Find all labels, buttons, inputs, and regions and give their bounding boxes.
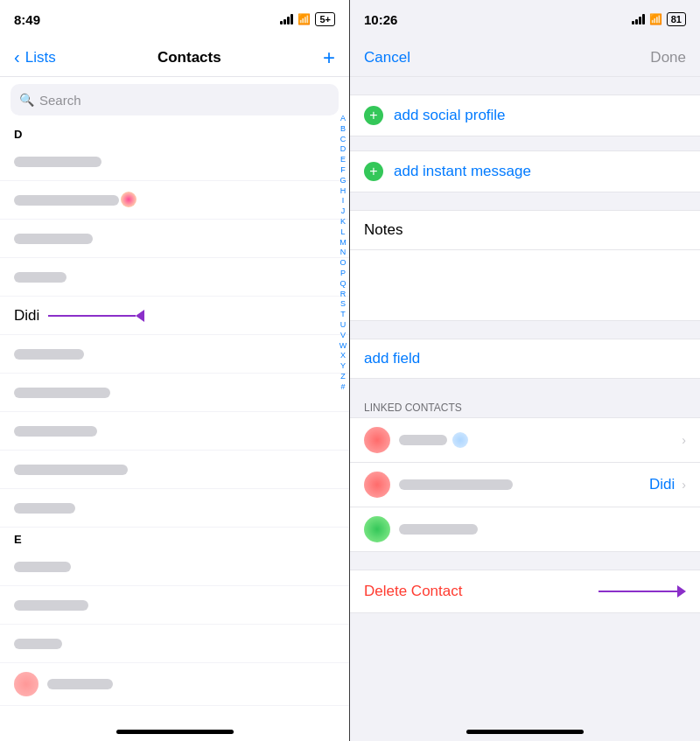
instant-message-section: + add instant message xyxy=(350,150,700,192)
delete-arrow-line xyxy=(598,591,677,592)
home-indicator-left xyxy=(116,730,234,734)
linked-avatar-1 xyxy=(364,427,390,453)
add-instant-icon: + xyxy=(364,162,383,181)
alpha-hash[interactable]: # xyxy=(340,382,345,392)
status-bar-left: 8:49 📶 5+ xyxy=(0,0,349,38)
alpha-z[interactable]: Z xyxy=(340,372,346,381)
alpha-y[interactable]: Y xyxy=(340,361,346,371)
delete-arrow-head xyxy=(677,585,686,598)
battery-icon-left: 5+ xyxy=(315,12,335,26)
arrow-annotation xyxy=(48,310,144,322)
alpha-f[interactable]: F xyxy=(340,165,346,175)
nav-add-button[interactable]: + xyxy=(323,45,335,70)
delete-contact-section: Delete Contact xyxy=(350,570,700,613)
section-header-d: D xyxy=(0,122,349,143)
list-item[interactable] xyxy=(0,548,349,586)
add-field-button[interactable]: add field xyxy=(350,339,700,378)
search-bar[interactable]: 🔍 Search xyxy=(10,84,339,115)
alpha-r[interactable]: R xyxy=(340,290,346,299)
contact-name-blurred xyxy=(14,157,102,167)
linked-contact-row-3[interactable] xyxy=(350,507,700,551)
battery-icon-right: 81 xyxy=(667,12,686,26)
alphabet-index[interactable]: A B C D E F G H I J K L M N O P Q R S T … xyxy=(337,114,349,392)
nav-back-button[interactable]: ‹ Lists xyxy=(14,47,56,67)
alpha-t[interactable]: T xyxy=(340,310,346,319)
list-item[interactable] xyxy=(0,143,349,181)
list-item[interactable] xyxy=(0,412,349,451)
linked-contact-row-1[interactable]: › xyxy=(350,418,700,463)
list-item-didi[interactable]: Didi xyxy=(0,297,349,335)
alpha-a[interactable]: A xyxy=(340,114,346,123)
alpha-e[interactable]: E xyxy=(340,155,346,164)
notes-section: Notes xyxy=(350,210,700,321)
list-item[interactable] xyxy=(0,663,349,706)
linked-name-blurred-didi xyxy=(399,479,513,490)
list-item[interactable] xyxy=(0,374,349,412)
cancel-button[interactable]: Cancel xyxy=(364,49,410,66)
alpha-k[interactable]: K xyxy=(340,217,346,227)
alpha-x[interactable]: X xyxy=(340,351,346,360)
alpha-o[interactable]: O xyxy=(340,258,346,268)
signal-icon-right xyxy=(632,14,645,24)
list-item[interactable] xyxy=(0,489,349,528)
delete-contact-button[interactable]: Delete Contact xyxy=(364,583,462,599)
alpha-w[interactable]: W xyxy=(340,341,347,351)
alpha-v[interactable]: V xyxy=(340,331,346,340)
alpha-s[interactable]: S xyxy=(340,299,346,309)
add-social-icon: + xyxy=(364,106,383,125)
alpha-j[interactable]: J xyxy=(341,206,346,216)
alpha-c[interactable]: C xyxy=(340,135,346,144)
list-item[interactable] xyxy=(0,625,349,663)
list-item[interactable] xyxy=(0,258,349,297)
section-header-e: E xyxy=(0,528,349,548)
alpha-l[interactable]: L xyxy=(340,227,345,237)
linked-didi-label: Didi xyxy=(649,476,675,493)
search-placeholder: Search xyxy=(39,93,81,108)
list-item[interactable] xyxy=(0,181,349,220)
done-button[interactable]: Done xyxy=(650,49,686,66)
linked-contacts-header: LINKED CONTACTS xyxy=(350,396,700,417)
linked-name-blurred-1 xyxy=(399,435,447,445)
add-social-label: add social profile xyxy=(394,107,506,124)
alpha-n[interactable]: N xyxy=(340,248,346,257)
notes-label: Notes xyxy=(350,211,700,250)
search-bar-container: 🔍 Search xyxy=(0,77,349,122)
alpha-p[interactable]: P xyxy=(340,269,346,278)
add-social-profile-row[interactable]: + add social profile xyxy=(350,95,700,136)
arrow-head xyxy=(136,310,144,322)
alpha-g[interactable]: G xyxy=(340,176,346,185)
didi-contact-name: Didi xyxy=(14,307,39,325)
status-icons-left: 📶 5+ xyxy=(280,12,335,26)
contact-name-blurred xyxy=(47,679,113,689)
linked-contact-row-didi[interactable]: Didi › xyxy=(350,463,700,507)
contact-name-blurred xyxy=(14,234,93,244)
chevron-right-icon-didi: › xyxy=(682,478,686,492)
list-item[interactable] xyxy=(0,451,349,489)
list-item[interactable] xyxy=(0,586,349,625)
add-instant-message-row[interactable]: + add instant message xyxy=(350,151,700,192)
contact-avatar xyxy=(14,672,38,696)
alpha-q[interactable]: Q xyxy=(340,279,346,289)
status-bar-right: 10:26 📶 81 xyxy=(350,0,700,38)
contact-name-blurred xyxy=(14,272,66,283)
alpha-d[interactable]: D xyxy=(340,144,346,154)
nav-title-left: Contacts xyxy=(158,49,221,66)
contact-name-blurred xyxy=(14,562,71,572)
list-item[interactable] xyxy=(0,335,349,374)
linked-name-blurred-3 xyxy=(399,524,478,535)
notes-input[interactable] xyxy=(350,250,700,320)
delete-arrow-annotation xyxy=(598,585,686,598)
home-indicator-right xyxy=(466,730,584,734)
alpha-u[interactable]: U xyxy=(340,320,346,330)
alpha-b[interactable]: B xyxy=(340,124,346,134)
alpha-i[interactable]: I xyxy=(342,196,345,206)
status-time-right: 10:26 xyxy=(364,12,397,27)
alpha-m[interactable]: M xyxy=(340,238,346,248)
back-chevron-icon: ‹ xyxy=(14,47,20,67)
linked-avatar-didi xyxy=(364,472,390,498)
list-item[interactable] xyxy=(0,220,349,258)
contact-name-blurred xyxy=(14,426,97,437)
linked-avatar-3 xyxy=(364,516,390,542)
alpha-h[interactable]: H xyxy=(340,186,346,196)
status-icons-right: 📶 81 xyxy=(632,12,686,26)
